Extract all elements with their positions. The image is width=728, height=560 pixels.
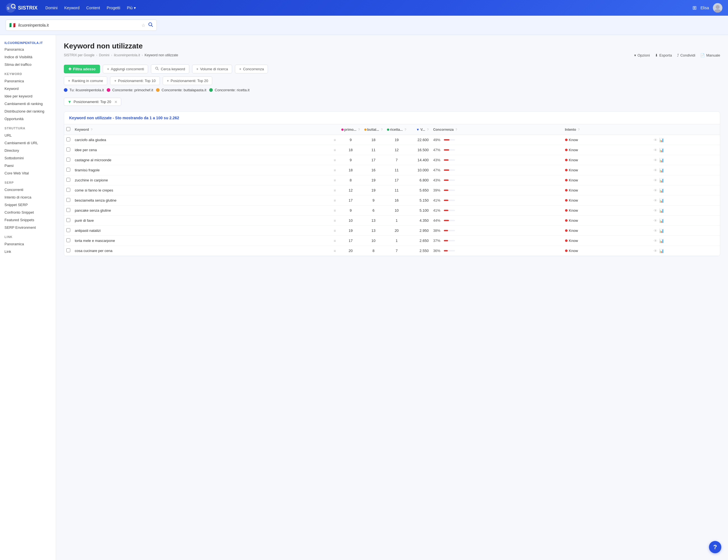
active-filter-row: ▼ Posizionamenti: Top 20 ✕: [64, 98, 720, 106]
row-icon-cell: ≡: [331, 175, 339, 185]
sidebar-item-visibilita[interactable]: Indice di Visibilità: [0, 53, 56, 61]
breadcrumb-sistrix[interactable]: SISTRIX per Google: [64, 53, 94, 57]
posizionamenti-top10-button[interactable]: + Posizionamenti: Top 10: [110, 76, 160, 85]
eye-icon[interactable]: 👁: [654, 239, 657, 243]
sidebar-item-panoramica[interactable]: Panoramica: [0, 46, 56, 53]
cerca-keyword-button[interactable]: Cerca keyword: [151, 64, 189, 74]
help-button[interactable]: ?: [709, 541, 721, 553]
breadcrumb-domini[interactable]: Domini: [99, 53, 109, 57]
eye-icon[interactable]: 👁: [654, 138, 657, 142]
eye-icon[interactable]: 👁: [654, 178, 657, 183]
select-all-checkbox[interactable]: [66, 127, 70, 131]
chart-icon[interactable]: 📊: [659, 158, 664, 162]
sidebar-item-link[interactable]: Link: [0, 248, 56, 255]
remove-filter-icon[interactable]: ✕: [114, 100, 118, 104]
row-checkbox[interactable]: [66, 208, 70, 212]
options-button[interactable]: ▾ Opzioni: [634, 53, 650, 57]
sidebar-item-sottodomini[interactable]: Sottodomini: [0, 154, 56, 162]
eye-icon[interactable]: 👁: [654, 158, 657, 162]
sidebar-item-idee[interactable]: Idee per keyword: [0, 92, 56, 100]
sidebar-item-opportunita[interactable]: Opportunità: [0, 115, 56, 123]
sidebar-item-keyword[interactable]: Keyword: [0, 85, 56, 92]
intent-cell: Know: [563, 246, 651, 256]
eye-icon[interactable]: 👁: [654, 188, 657, 193]
nav-keyword[interactable]: Keyword: [64, 6, 80, 10]
row-checkbox[interactable]: [66, 248, 70, 252]
table-row: antipasti natalizi ≡ 19 13 20 2.950 38% …: [64, 226, 720, 236]
sidebar-item-core-web-vital[interactable]: Core Web Vital: [0, 169, 56, 177]
active-filter-tag[interactable]: ▼ Posizionamenti: Top 20 ✕: [64, 98, 121, 106]
volume-ricerca-button[interactable]: + Volume di ricerca: [192, 65, 232, 73]
filtra-adesso-button[interactable]: ✚ Filtra adesso: [64, 65, 100, 73]
chart-icon[interactable]: 📊: [659, 138, 664, 142]
chart-icon[interactable]: 📊: [659, 198, 664, 203]
sidebar-item-cambiamenti-url[interactable]: Cambiamenti di URL: [0, 139, 56, 147]
row-checkbox[interactable]: [66, 148, 70, 151]
sidebar-item-url[interactable]: URL: [0, 132, 56, 139]
intent-cell: Know: [563, 135, 651, 145]
nav-right: ⊞ Elisa: [692, 3, 722, 13]
eye-icon[interactable]: 👁: [654, 168, 657, 172]
row-checkbox[interactable]: [66, 137, 70, 141]
sidebar-item-concorrenti[interactable]: Concorrenti: [0, 186, 56, 193]
row-checkbox[interactable]: [66, 158, 70, 162]
eye-icon[interactable]: 👁: [654, 198, 657, 203]
breadcrumb-domain[interactable]: ilcuoreinpentola.it: [114, 53, 140, 57]
posizionamenti-top20-button[interactable]: + Posizionamenti: Top 20: [163, 76, 213, 85]
row-checkbox[interactable]: [66, 188, 70, 192]
nav-domini[interactable]: Domini: [45, 6, 58, 10]
nav-progetti[interactable]: Progetti: [107, 6, 120, 10]
chart-icon[interactable]: 📊: [659, 218, 664, 223]
sidebar-item-link-panoramica[interactable]: Panoramica: [0, 240, 56, 248]
th-volume[interactable]: ▼ V... ?: [409, 124, 431, 135]
nav-more[interactable]: Più ▾: [127, 6, 136, 10]
sidebar-item-featured-snippets[interactable]: Featured Snippets: [0, 216, 56, 224]
search-button[interactable]: [148, 22, 153, 29]
eye-icon[interactable]: 👁: [654, 148, 657, 152]
star-icon[interactable]: ☆: [141, 23, 145, 28]
chart-icon[interactable]: 📊: [659, 148, 664, 152]
keyword-cell: idee per cena: [73, 145, 331, 155]
sidebar-item-intento[interactable]: Intento di ricerca: [0, 193, 56, 201]
concorrenza-filter-button[interactable]: + Concorrenza: [235, 65, 268, 73]
nav-content[interactable]: Content: [86, 6, 100, 10]
sidebar-item-snippet-serp[interactable]: Snippet SERP: [0, 201, 56, 209]
sidebar-item-traffico[interactable]: Stima del traffico: [0, 61, 56, 68]
row-checkbox[interactable]: [66, 228, 70, 232]
sidebar-item-distribuzione[interactable]: Distribuzione del ranking: [0, 108, 56, 115]
sidebar-item-serp-environment[interactable]: SERP Environment: [0, 224, 56, 231]
sidebar-item-paesi[interactable]: Paesi: [0, 162, 56, 169]
search-input[interactable]: [18, 23, 139, 27]
manual-button[interactable]: 📄 Manuale: [700, 53, 720, 57]
grid-icon[interactable]: ⊞: [692, 5, 697, 11]
chart-icon[interactable]: 📊: [659, 239, 664, 243]
chart-icon[interactable]: 📊: [659, 228, 664, 233]
row-checkbox[interactable]: [66, 178, 70, 182]
eye-icon[interactable]: 👁: [654, 249, 657, 253]
sidebar-item-cambiamenti-ranking[interactable]: Cambiamenti di ranking: [0, 100, 56, 108]
sidebar-item-kw-panoramica[interactable]: Panoramica: [0, 77, 56, 85]
eye-icon[interactable]: 👁: [654, 228, 657, 233]
chart-icon[interactable]: 📊: [659, 168, 664, 172]
svg-text:S: S: [7, 6, 10, 10]
chart-icon[interactable]: 📊: [659, 249, 664, 253]
sidebar-item-directory[interactable]: Directory: [0, 147, 56, 154]
export-button[interactable]: ⬇ Esporta: [655, 53, 672, 57]
chart-icon[interactable]: 📊: [659, 188, 664, 193]
logo[interactable]: S SISTRIX: [6, 3, 38, 13]
avatar[interactable]: [713, 3, 722, 13]
share-button[interactable]: ⤴ Condividi: [677, 53, 695, 57]
row-checkbox[interactable]: [66, 168, 70, 172]
ranking-comune-button[interactable]: + Ranking in comune: [64, 76, 107, 85]
row-checkbox[interactable]: [66, 238, 70, 242]
eye-icon[interactable]: 👁: [654, 208, 657, 213]
eye-icon[interactable]: 👁: [654, 218, 657, 223]
row-checkbox[interactable]: [66, 198, 70, 202]
sidebar-item-confronto-snippet[interactable]: Confronto Snippet: [0, 209, 56, 216]
sidebar-domain-title[interactable]: ILCUOREINPENTOLA.IT: [0, 39, 56, 46]
row-actions: 👁 📊: [651, 216, 720, 226]
chart-icon[interactable]: 📊: [659, 178, 664, 183]
row-checkbox[interactable]: [66, 218, 70, 222]
chart-icon[interactable]: 📊: [659, 208, 664, 213]
aggiungi-concorrenti-button[interactable]: + Aggiungi concorrenti: [103, 65, 148, 73]
